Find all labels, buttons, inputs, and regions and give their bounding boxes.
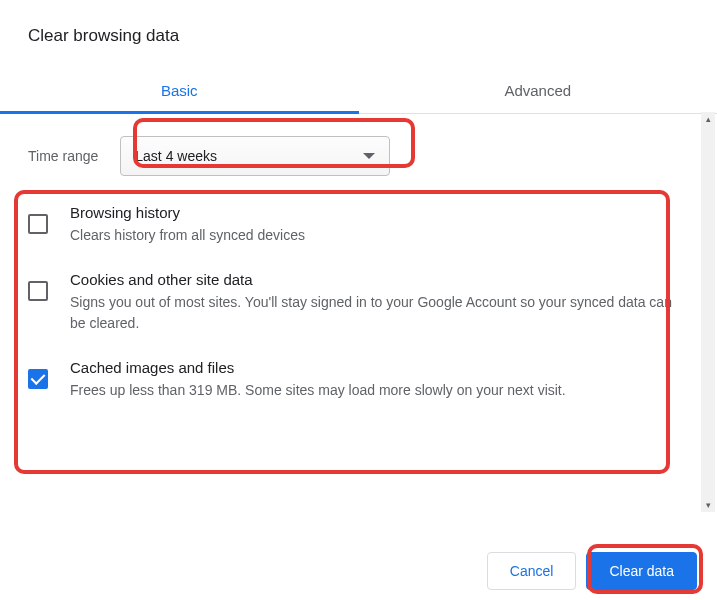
dialog-footer: Cancel Clear data: [487, 552, 697, 590]
tab-basic[interactable]: Basic: [0, 70, 359, 113]
content-area: Time range Last 4 weeks Browsing history…: [0, 114, 717, 514]
option-desc: Frees up less than 319 MB. Some sites ma…: [70, 380, 689, 400]
checkbox-cached[interactable]: [28, 369, 48, 389]
dialog-title: Clear browsing data: [0, 0, 717, 46]
option-desc: Signs you out of most sites. You'll stay…: [70, 292, 689, 333]
option-text: Browsing history Clears history from all…: [70, 204, 689, 245]
clear-data-button[interactable]: Clear data: [586, 552, 697, 590]
option-title: Cached images and files: [70, 359, 689, 376]
time-range-row: Time range Last 4 weeks: [28, 136, 689, 176]
time-range-selected: Last 4 weeks: [135, 148, 363, 164]
tabs-container: Basic Advanced: [0, 70, 717, 114]
clear-data-button-label: Clear data: [609, 563, 674, 579]
option-desc: Clears history from all synced devices: [70, 225, 689, 245]
option-text: Cookies and other site data Signs you ou…: [70, 271, 689, 333]
checkbox-cookies[interactable]: [28, 281, 48, 301]
cancel-button[interactable]: Cancel: [487, 552, 577, 590]
option-text: Cached images and files Frees up less th…: [70, 359, 689, 400]
tab-advanced-label: Advanced: [504, 82, 571, 99]
tab-advanced[interactable]: Advanced: [359, 70, 718, 113]
time-range-label: Time range: [28, 148, 98, 164]
tab-basic-label: Basic: [161, 82, 198, 99]
option-title: Browsing history: [70, 204, 689, 221]
option-browsing-history: Browsing history Clears history from all…: [28, 204, 689, 245]
option-cookies: Cookies and other site data Signs you ou…: [28, 271, 689, 333]
clear-browsing-data-dialog: Clear browsing data Basic Advanced ▴ ▾ T…: [0, 0, 717, 600]
checkbox-browsing-history[interactable]: [28, 214, 48, 234]
chevron-down-icon: [363, 153, 375, 159]
option-title: Cookies and other site data: [70, 271, 689, 288]
option-cached: Cached images and files Frees up less th…: [28, 359, 689, 400]
options-list: Browsing history Clears history from all…: [28, 204, 689, 400]
time-range-dropdown[interactable]: Last 4 weeks: [120, 136, 390, 176]
cancel-button-label: Cancel: [510, 563, 554, 579]
